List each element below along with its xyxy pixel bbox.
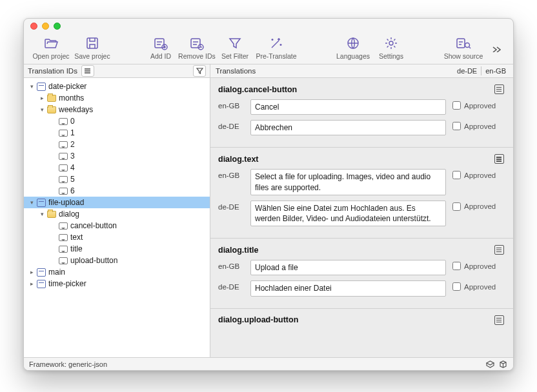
translation-entry: dialog.title en-GB Upload a file Approve… [210, 239, 513, 308]
settings-label: Settings [379, 52, 403, 60]
tree-item-file-upload[interactable]: ▾ file-upload [24, 197, 210, 208]
close-window-button[interactable] [30, 23, 37, 30]
translation-field-de[interactable]: Abbrechen [250, 120, 446, 135]
folder-open-icon [47, 106, 56, 113]
module-icon [37, 268, 46, 277]
string-icon [59, 164, 68, 172]
content: ▾ date-picker ▸ months ▾ weekdays 0 1 2 [24, 78, 513, 357]
tree-item-weekday-1[interactable]: 1 [24, 127, 210, 139]
right-panel-title: Translations [216, 67, 454, 75]
add-id-icon [153, 34, 168, 52]
approved-checkbox[interactable]: Approved [452, 201, 504, 211]
save-icon [85, 34, 99, 52]
titlebar [24, 19, 513, 33]
tree-item-cancel-button[interactable]: cancel-button [24, 220, 210, 231]
status-cube-icon[interactable] [498, 360, 508, 369]
lang-en-tag[interactable]: en-GB [482, 66, 509, 75]
tree-pane[interactable]: ▾ date-picker ▸ months ▾ weekdays 0 1 2 [24, 78, 210, 357]
zoom-window-button[interactable] [54, 23, 61, 30]
languages-label: Languages [336, 52, 370, 60]
translation-field-de[interactable]: Hochladen einer Datei [250, 280, 446, 296]
string-icon [59, 188, 68, 195]
approved-checkbox[interactable]: Approved [452, 99, 504, 110]
lang-de-tag[interactable]: de-DE [454, 66, 480, 75]
lang-label-en: en-GB [218, 169, 244, 179]
approved-checkbox[interactable]: Approved [452, 280, 504, 291]
module-icon [37, 83, 46, 91]
translations-pane[interactable]: dialog.cancel-button en-GB Cancel Approv… [210, 78, 513, 357]
lang-label-en: en-GB [218, 260, 244, 270]
translation-key: dialog.cancel-button [218, 85, 494, 94]
tree-item-dialog[interactable]: ▾ dialog [24, 208, 210, 220]
string-icon [59, 118, 68, 125]
translation-key: dialog.text [218, 155, 494, 164]
open-project-button[interactable]: Open projec [30, 34, 72, 60]
settings-button[interactable]: Settings [374, 34, 409, 60]
tree-item-time-picker[interactable]: ▸ time-picker [24, 278, 210, 289]
folder-open-icon [47, 211, 56, 218]
module-icon [37, 280, 46, 288]
tree-item-weekday-2[interactable]: 2 [24, 139, 210, 150]
tree-item-weekday-4[interactable]: 4 [24, 162, 210, 173]
set-filter-label: Set Filter [221, 52, 248, 60]
svg-point-6 [389, 41, 393, 45]
tree-item-text[interactable]: text [24, 231, 210, 243]
pretranslate-button[interactable]: Pre-Translate [252, 34, 300, 60]
list-mode-button[interactable] [81, 65, 94, 77]
lang-label-de: de-DE [218, 120, 244, 130]
translation-field-en[interactable]: Cancel [250, 99, 446, 115]
tree-item-weekday-0[interactable]: 0 [24, 115, 210, 127]
set-filter-button[interactable]: Set Filter [218, 34, 252, 60]
tree-item-main[interactable]: ▸ main [24, 266, 210, 278]
translation-entry: dialog.upload-button [210, 309, 513, 356]
tree-item-upload-button[interactable]: upload-button [24, 255, 210, 266]
lang-label-en: en-GB [218, 99, 244, 110]
tree-item-weekday-3[interactable]: 3 [24, 150, 210, 162]
lang-label-de: de-DE [218, 280, 244, 291]
translation-field-en[interactable]: Select a file for uploading. Images, vid… [250, 169, 446, 195]
app-window: Open projec Save projec Add ID Remove ID… [23, 18, 514, 371]
translation-entry: dialog.text en-GB Select a file for uplo… [210, 148, 513, 239]
translation-entry: dialog.cancel-button en-GB Cancel Approv… [210, 78, 513, 148]
note-icon[interactable] [494, 84, 504, 94]
gear-icon [384, 34, 398, 52]
globe-icon [346, 34, 360, 52]
remove-ids-button[interactable]: Remove IDs [176, 34, 218, 60]
tree-item-weekdays[interactable]: ▾ weekdays [24, 104, 210, 115]
folder-open-icon [43, 34, 59, 52]
string-icon [59, 234, 68, 241]
show-source-button[interactable]: Show source [441, 34, 486, 60]
svg-rect-7 [457, 39, 465, 48]
string-icon [59, 176, 68, 183]
translation-key: dialog.upload-button [218, 315, 494, 324]
status-box-icon[interactable] [485, 360, 495, 369]
approved-checkbox[interactable]: Approved [452, 169, 504, 179]
tree-item-date-picker[interactable]: ▾ date-picker [24, 81, 210, 92]
toolbar-overflow-button[interactable] [489, 40, 507, 58]
approved-checkbox[interactable]: Approved [452, 120, 504, 130]
translation-field-en[interactable]: Upload a file [250, 260, 446, 275]
filter-tree-button[interactable] [193, 65, 206, 77]
translation-field-de[interactable]: Wählen Sie eine Datei zum Hochladen aus.… [250, 201, 446, 226]
toolbar: Open projec Save projec Add ID Remove ID… [24, 33, 513, 64]
save-project-label: Save projec [74, 52, 110, 60]
tree-item-months[interactable]: ▸ months [24, 92, 210, 104]
note-icon[interactable] [494, 245, 504, 255]
tree-item-weekday-5[interactable]: 5 [24, 173, 210, 185]
note-icon[interactable] [494, 315, 504, 325]
minimize-window-button[interactable] [42, 23, 49, 30]
string-icon [59, 222, 68, 230]
languages-button[interactable]: Languages [332, 34, 374, 60]
statusbar: Framework: generic-json [24, 357, 513, 370]
save-project-button[interactable]: Save projec [72, 34, 113, 60]
add-id-button[interactable]: Add ID [145, 34, 176, 60]
tree-item-weekday-6[interactable]: 6 [24, 185, 210, 197]
folder-icon [47, 95, 56, 102]
left-panel-title: Translation IDs [28, 67, 77, 75]
status-text: Framework: generic-json [29, 360, 107, 368]
tree-item-title[interactable]: title [24, 243, 210, 255]
pretranslate-label: Pre-Translate [256, 52, 296, 60]
lang-label-de: de-DE [218, 201, 244, 211]
note-icon[interactable] [494, 154, 504, 164]
approved-checkbox[interactable]: Approved [452, 260, 504, 270]
